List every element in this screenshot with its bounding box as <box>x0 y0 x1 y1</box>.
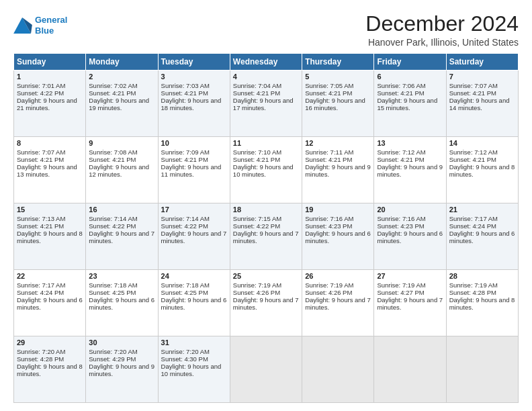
daylight-text: Daylight: 9 hours and 7 minutes. <box>89 230 154 244</box>
sunset-text: Sunset: 4:21 PM <box>17 156 64 163</box>
daylight-text: Daylight: 9 hours and 10 minutes. <box>233 163 294 178</box>
sunrise-text: Sunrise: 7:15 AM <box>233 215 281 222</box>
sunrise-text: Sunrise: 7:19 AM <box>449 281 498 289</box>
sunrise-text: Sunrise: 7:07 AM <box>17 148 65 156</box>
day-number: 14 <box>449 139 515 147</box>
daylight-text: Daylight: 9 hours and 8 minutes. <box>449 163 515 178</box>
calendar-table: SundayMondayTuesdayWednesdayThursdayFrid… <box>13 53 519 403</box>
calendar-week-1: 1Sunrise: 7:01 AMSunset: 4:22 PMDaylight… <box>14 71 519 137</box>
daylight-text: Daylight: 9 hours and 12 minutes. <box>89 163 149 178</box>
daylight-text: Daylight: 9 hours and 14 minutes. <box>449 97 510 111</box>
day-number: 22 <box>17 272 83 280</box>
daylight-text: Daylight: 9 hours and 7 minutes. <box>377 296 443 311</box>
calendar-cell: 3Sunrise: 7:03 AMSunset: 4:21 PMDaylight… <box>158 71 230 137</box>
sunset-text: Sunset: 4:21 PM <box>233 156 280 163</box>
sunrise-text: Sunrise: 7:04 AM <box>233 82 281 89</box>
sunset-text: Sunset: 4:21 PM <box>161 156 208 163</box>
sunrise-text: Sunrise: 7:16 AM <box>377 215 425 222</box>
sunset-text: Sunset: 4:21 PM <box>89 89 136 97</box>
day-number: 30 <box>89 338 154 347</box>
calendar-cell: 28Sunrise: 7:19 AMSunset: 4:28 PMDayligh… <box>446 270 518 336</box>
sunrise-text: Sunrise: 7:20 AM <box>17 348 65 355</box>
daylight-text: Daylight: 9 hours and 6 minutes. <box>377 230 443 244</box>
sunrise-text: Sunrise: 7:18 AM <box>89 281 137 289</box>
calendar-cell: 24Sunrise: 7:18 AMSunset: 4:25 PMDayligh… <box>158 270 230 336</box>
sunset-text: Sunset: 4:21 PM <box>449 89 496 97</box>
sunset-text: Sunset: 4:30 PM <box>161 355 208 363</box>
daylight-text: Daylight: 9 hours and 7 minutes. <box>233 296 299 311</box>
daylight-text: Daylight: 9 hours and 6 minutes. <box>305 230 371 244</box>
daylight-text: Daylight: 9 hours and 19 minutes. <box>89 97 149 111</box>
daylight-text: Daylight: 9 hours and 11 minutes. <box>161 163 222 178</box>
sunrise-text: Sunrise: 7:01 AM <box>17 82 65 89</box>
day-number: 31 <box>161 338 227 347</box>
calendar-week-5: 29Sunrise: 7:20 AMSunset: 4:28 PMDayligh… <box>14 336 519 403</box>
sunrise-text: Sunrise: 7:20 AM <box>89 348 137 355</box>
calendar-cell: 7Sunrise: 7:07 AMSunset: 4:21 PMDaylight… <box>446 71 518 137</box>
main-title: December 2024 <box>365 12 519 36</box>
day-number: 23 <box>89 272 154 280</box>
day-number: 17 <box>161 205 227 214</box>
calendar-cell <box>446 336 518 403</box>
day-number: 9 <box>89 139 154 147</box>
sunset-text: Sunset: 4:22 PM <box>233 222 280 230</box>
logo-line2: Blue <box>35 26 54 36</box>
sunset-text: Sunset: 4:24 PM <box>449 222 496 230</box>
day-header-sunday: Sunday <box>14 54 86 71</box>
daylight-text: Daylight: 9 hours and 6 minutes. <box>449 230 515 244</box>
daylight-text: Daylight: 9 hours and 7 minutes. <box>233 230 299 244</box>
day-number: 24 <box>161 272 227 280</box>
calendar-cell <box>302 336 374 403</box>
sunset-text: Sunset: 4:25 PM <box>161 289 208 296</box>
daylight-text: Daylight: 9 hours and 17 minutes. <box>233 97 294 111</box>
daylight-text: Daylight: 9 hours and 9 minutes. <box>89 363 154 377</box>
calendar-cell: 31Sunrise: 7:20 AMSunset: 4:30 PMDayligh… <box>158 336 230 403</box>
sunset-text: Sunset: 4:26 PM <box>233 289 280 296</box>
sunrise-text: Sunrise: 7:20 AM <box>161 348 210 355</box>
day-number: 26 <box>305 272 371 280</box>
calendar-header-row: SundayMondayTuesdayWednesdayThursdayFrid… <box>14 54 519 71</box>
sunrise-text: Sunrise: 7:19 AM <box>233 281 281 289</box>
day-header-wednesday: Wednesday <box>230 54 302 71</box>
daylight-text: Daylight: 9 hours and 8 minutes. <box>17 230 83 244</box>
sunrise-text: Sunrise: 7:16 AM <box>305 215 353 222</box>
calendar-cell: 4Sunrise: 7:04 AMSunset: 4:21 PMDaylight… <box>230 71 302 137</box>
calendar-week-2: 8Sunrise: 7:07 AMSunset: 4:21 PMDaylight… <box>14 137 519 203</box>
sunrise-text: Sunrise: 7:06 AM <box>377 82 425 89</box>
calendar-cell: 12Sunrise: 7:11 AMSunset: 4:21 PMDayligh… <box>302 137 374 203</box>
logo-text: General Blue <box>35 15 67 36</box>
calendar-cell: 5Sunrise: 7:05 AMSunset: 4:21 PMDaylight… <box>302 71 374 137</box>
calendar-cell <box>374 336 446 403</box>
sunrise-text: Sunrise: 7:09 AM <box>161 148 210 156</box>
sunrise-text: Sunrise: 7:10 AM <box>233 148 281 156</box>
calendar-cell: 11Sunrise: 7:10 AMSunset: 4:21 PMDayligh… <box>230 137 302 203</box>
sunset-text: Sunset: 4:21 PM <box>161 89 208 97</box>
sunset-text: Sunset: 4:25 PM <box>89 289 136 296</box>
calendar-cell: 9Sunrise: 7:08 AMSunset: 4:21 PMDaylight… <box>86 137 158 203</box>
day-number: 4 <box>233 73 299 81</box>
sunset-text: Sunset: 4:23 PM <box>305 222 352 230</box>
day-header-friday: Friday <box>374 54 446 71</box>
day-header-thursday: Thursday <box>302 54 374 71</box>
day-number: 25 <box>233 272 299 280</box>
calendar-cell: 21Sunrise: 7:17 AMSunset: 4:24 PMDayligh… <box>446 203 518 270</box>
sunset-text: Sunset: 4:21 PM <box>233 89 280 97</box>
sunset-text: Sunset: 4:26 PM <box>305 289 352 296</box>
calendar-cell: 18Sunrise: 7:15 AMSunset: 4:22 PMDayligh… <box>230 203 302 270</box>
sunrise-text: Sunrise: 7:13 AM <box>17 215 65 222</box>
header: General Blue December 2024 Hanover Park,… <box>13 12 519 48</box>
day-header-tuesday: Tuesday <box>158 54 230 71</box>
sunset-text: Sunset: 4:21 PM <box>89 156 136 163</box>
daylight-text: Daylight: 9 hours and 18 minutes. <box>161 97 222 111</box>
calendar-cell: 14Sunrise: 7:12 AMSunset: 4:21 PMDayligh… <box>446 137 518 203</box>
calendar-cell: 16Sunrise: 7:14 AMSunset: 4:22 PMDayligh… <box>86 203 158 270</box>
sunrise-text: Sunrise: 7:19 AM <box>305 281 353 289</box>
calendar-cell: 1Sunrise: 7:01 AMSunset: 4:22 PMDaylight… <box>14 71 86 137</box>
calendar-cell: 23Sunrise: 7:18 AMSunset: 4:25 PMDayligh… <box>86 270 158 336</box>
day-number: 1 <box>17 73 83 81</box>
calendar-cell: 27Sunrise: 7:19 AMSunset: 4:27 PMDayligh… <box>374 270 446 336</box>
logo-line1: General <box>35 15 67 25</box>
daylight-text: Daylight: 9 hours and 7 minutes. <box>161 230 227 244</box>
daylight-text: Daylight: 9 hours and 8 minutes. <box>449 296 515 311</box>
sunrise-text: Sunrise: 7:05 AM <box>305 82 353 89</box>
